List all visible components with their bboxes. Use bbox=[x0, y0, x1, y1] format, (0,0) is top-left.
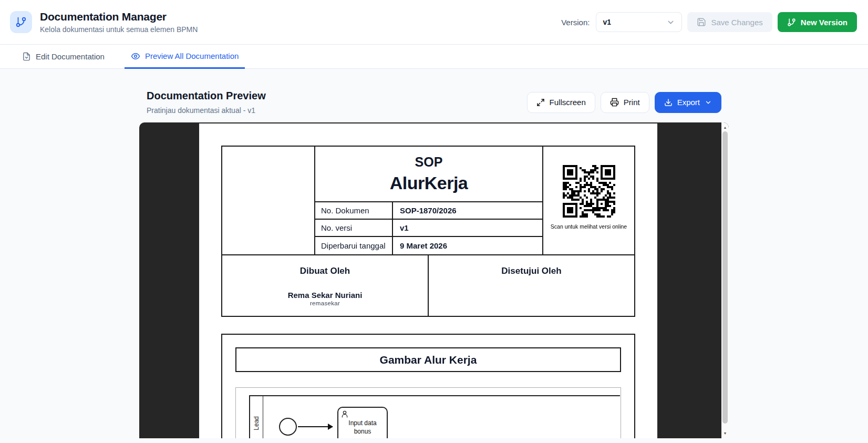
chevron-down-icon bbox=[666, 18, 675, 27]
meta-value: v1 bbox=[393, 220, 542, 237]
new-version-button[interactable]: New Version bbox=[778, 12, 857, 32]
meta-label: No. Dokumen bbox=[315, 202, 393, 220]
meta-value: SOP-1870/2026 bbox=[393, 202, 542, 220]
fullscreen-icon bbox=[536, 98, 545, 107]
bpmn-pool: Lead Input data bonus bbox=[249, 395, 620, 438]
doc-name: AlurKerja bbox=[390, 173, 468, 193]
bpmn-sequence-flow bbox=[298, 426, 333, 427]
user-icon bbox=[340, 410, 349, 418]
save-changes-button[interactable]: Save Changes bbox=[687, 12, 772, 32]
scroll-down-arrow[interactable]: ▼ bbox=[721, 429, 729, 437]
signature-table: Dibuat Oleh Rema Sekar Nuriani remasekar… bbox=[221, 255, 635, 317]
tab-edit-documentation[interactable]: Edit Documentation bbox=[16, 45, 111, 68]
document-preview-viewport: SOP AlurKerja Scan untuk melihat versi o… bbox=[139, 122, 729, 438]
preview-scrollbar[interactable]: ▲ ▼ bbox=[721, 122, 729, 438]
doc-type: SOP bbox=[415, 154, 443, 170]
page-title: Documentation Manager bbox=[40, 11, 198, 23]
export-button[interactable]: Export bbox=[655, 92, 721, 113]
title-cell: SOP AlurKerja bbox=[315, 147, 542, 202]
meta-value: 9 Maret 2026 bbox=[393, 237, 542, 254]
created-by-cell: Dibuat Oleh Rema Sekar Nuriani remasekar bbox=[222, 255, 429, 316]
created-by-signature: remasekar bbox=[222, 300, 428, 306]
meta-label: No. versi bbox=[315, 220, 393, 237]
page-subtitle: Kelola dokumentasi untuk semua elemen BP… bbox=[40, 25, 198, 34]
version-select-value: v1 bbox=[603, 18, 611, 26]
document-page: SOP AlurKerja Scan untuk melihat versi o… bbox=[199, 123, 657, 438]
qr-cell: Scan untuk melihat versi online bbox=[542, 147, 634, 254]
save-changes-label: Save Changes bbox=[711, 18, 762, 27]
chevron-down-icon bbox=[705, 99, 712, 106]
bpmn-lane-label: Lead bbox=[253, 416, 260, 430]
tab-preview-label: Preview All Documentation bbox=[145, 51, 239, 60]
qr-caption: Scan untuk melihat versi online bbox=[551, 223, 627, 230]
scrollbar-thumb[interactable] bbox=[722, 131, 728, 424]
meta-label: Diperbarui tanggal bbox=[315, 237, 393, 254]
fullscreen-label: Fullscreen bbox=[550, 98, 586, 107]
workflow-title: Gambar Alur Kerja bbox=[235, 347, 621, 372]
documentation-manager-app: Documentation Manager Kelola dokumentasi… bbox=[0, 0, 868, 443]
preview-title: Documentation Preview bbox=[147, 90, 266, 102]
bpmn-user-task: Input data bonus bbox=[337, 407, 388, 438]
fullscreen-button[interactable]: Fullscreen bbox=[527, 92, 595, 113]
print-label: Print bbox=[624, 98, 640, 107]
approved-by-cell: Disetujui Oleh bbox=[429, 255, 634, 316]
git-branch-icon bbox=[787, 18, 796, 27]
bpmn-diagram: Lead Input data bonus bbox=[235, 387, 621, 438]
new-version-label: New Version bbox=[801, 18, 848, 27]
git-branch-icon bbox=[15, 16, 27, 28]
workflow-section: Gambar Alur Kerja Lead bbox=[221, 334, 635, 438]
bpmn-task-label: Input data bonus bbox=[338, 419, 387, 436]
printer-icon bbox=[610, 98, 619, 107]
version-label: Version: bbox=[561, 18, 590, 27]
scroll-up-arrow[interactable]: ▲ bbox=[721, 123, 729, 131]
export-label: Export bbox=[677, 98, 700, 107]
save-icon bbox=[697, 17, 706, 27]
download-icon bbox=[664, 98, 673, 107]
sop-header-table: SOP AlurKerja Scan untuk melihat versi o… bbox=[221, 146, 635, 255]
qr-code bbox=[562, 164, 616, 219]
file-down-icon bbox=[22, 52, 31, 61]
preview-subtitle: Pratinjau dokumentasi aktual - v1 bbox=[147, 106, 266, 115]
app-logo bbox=[10, 11, 32, 33]
logo-cell bbox=[222, 147, 315, 254]
approved-by-label: Disetujui Oleh bbox=[429, 266, 634, 276]
eye-icon bbox=[131, 51, 140, 61]
version-select[interactable]: v1 bbox=[596, 12, 682, 32]
bpmn-lane-header: Lead bbox=[250, 396, 263, 438]
tab-edit-label: Edit Documentation bbox=[36, 52, 105, 61]
preview-header: Documentation Preview Pratinjau dokument… bbox=[139, 90, 729, 115]
tab-preview-all-documentation[interactable]: Preview All Documentation bbox=[125, 45, 245, 69]
app-header: Documentation Manager Kelola dokumentasi… bbox=[0, 0, 868, 45]
created-by-label: Dibuat Oleh bbox=[222, 266, 428, 276]
bpmn-start-event bbox=[279, 418, 297, 436]
print-button[interactable]: Print bbox=[601, 92, 649, 113]
tab-bar: Edit Documentation Preview All Documenta… bbox=[0, 45, 868, 69]
created-by-name: Rema Sekar Nuriani bbox=[222, 291, 428, 300]
